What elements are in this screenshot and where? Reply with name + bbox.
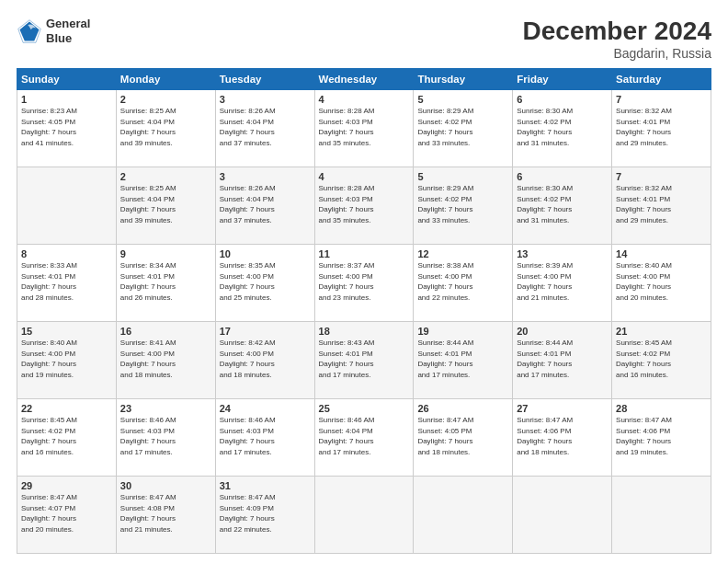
calendar-table: Sunday Monday Tuesday Wednesday Thursday… <box>17 68 711 554</box>
month-title: December 2024 <box>523 17 711 46</box>
day-number: 7 <box>616 171 707 182</box>
calendar-cell: 4 Sunrise: 8:28 AMSunset: 4:03 PMDayligh… <box>314 90 414 167</box>
day-info: Sunrise: 8:32 AMSunset: 4:01 PMDaylight:… <box>616 107 672 147</box>
col-saturday: Saturday <box>612 69 711 90</box>
day-number: 8 <box>21 248 112 259</box>
day-number: 16 <box>120 326 211 337</box>
day-number: 18 <box>319 326 410 337</box>
calendar-row-5: 29 Sunrise: 8:47 AMSunset: 4:07 PMDaylig… <box>17 477 711 554</box>
day-info: Sunrise: 8:44 AMSunset: 4:01 PMDaylight:… <box>417 339 473 379</box>
calendar-cell: 28 Sunrise: 8:47 AMSunset: 4:06 PMDaylig… <box>612 399 711 477</box>
calendar-cell: 22 Sunrise: 8:45 AMSunset: 4:02 PMDaylig… <box>17 399 117 477</box>
col-wednesday: Wednesday <box>314 69 414 90</box>
calendar-cell: 7 Sunrise: 8:32 AMSunset: 4:01 PMDayligh… <box>612 90 711 167</box>
calendar-header-row: Sunday Monday Tuesday Wednesday Thursday… <box>17 69 711 90</box>
col-monday: Monday <box>116 69 215 90</box>
calendar-cell: 24 Sunrise: 8:46 AMSunset: 4:03 PMDaylig… <box>215 399 314 477</box>
logo-text: General Blue <box>46 17 90 45</box>
day-info: Sunrise: 8:43 AMSunset: 4:01 PMDaylight:… <box>319 339 375 379</box>
calendar-page: General Blue December 2024 Bagdarin, Rus… <box>0 0 728 563</box>
calendar-cell: 19 Sunrise: 8:44 AMSunset: 4:01 PMDaylig… <box>414 322 513 399</box>
day-info: Sunrise: 8:40 AMSunset: 4:00 PMDaylight:… <box>21 339 77 379</box>
calendar-cell: 12 Sunrise: 8:38 AMSunset: 4:00 PMDaylig… <box>414 245 513 322</box>
calendar-row-4: 22 Sunrise: 8:45 AMSunset: 4:02 PMDaylig… <box>17 399 711 477</box>
calendar-cell: 14 Sunrise: 8:40 AMSunset: 4:00 PMDaylig… <box>612 245 711 322</box>
day-number: 22 <box>21 403 112 414</box>
calendar-cell <box>414 477 513 554</box>
day-number: 7 <box>616 94 707 105</box>
calendar-cell: 26 Sunrise: 8:47 AMSunset: 4:05 PMDaylig… <box>414 399 513 477</box>
day-number: 5 <box>417 94 508 105</box>
calendar-cell: 10 Sunrise: 8:35 AMSunset: 4:00 PMDaylig… <box>215 245 314 322</box>
calendar-cell: 16 Sunrise: 8:41 AMSunset: 4:00 PMDaylig… <box>116 322 215 399</box>
day-info: Sunrise: 8:29 AMSunset: 4:02 PMDaylight:… <box>417 184 473 224</box>
calendar-cell: 5 Sunrise: 8:29 AMSunset: 4:02 PMDayligh… <box>414 167 513 245</box>
day-info: Sunrise: 8:28 AMSunset: 4:03 PMDaylight:… <box>319 107 375 147</box>
calendar-cell: 29 Sunrise: 8:47 AMSunset: 4:07 PMDaylig… <box>17 477 117 554</box>
calendar-row-3: 15 Sunrise: 8:40 AMSunset: 4:00 PMDaylig… <box>17 322 711 399</box>
day-info: Sunrise: 8:23 AMSunset: 4:05 PMDaylight:… <box>21 107 77 147</box>
col-tuesday: Tuesday <box>215 69 314 90</box>
calendar-cell: 25 Sunrise: 8:46 AMSunset: 4:04 PMDaylig… <box>314 399 414 477</box>
day-number: 6 <box>517 171 608 182</box>
day-info: Sunrise: 8:38 AMSunset: 4:00 PMDaylight:… <box>417 261 473 302</box>
day-info: Sunrise: 8:29 AMSunset: 4:02 PMDaylight:… <box>417 107 473 147</box>
day-number: 11 <box>319 248 410 259</box>
day-number: 24 <box>220 403 311 414</box>
calendar-cell: 17 Sunrise: 8:42 AMSunset: 4:00 PMDaylig… <box>215 322 314 399</box>
day-info: Sunrise: 8:44 AMSunset: 4:01 PMDaylight:… <box>517 339 573 379</box>
calendar-cell <box>513 477 612 554</box>
calendar-cell: 4 Sunrise: 8:28 AMSunset: 4:03 PMDayligh… <box>314 167 414 245</box>
day-number: 25 <box>319 403 410 414</box>
title-block: December 2024 Bagdarin, Russia <box>523 17 711 61</box>
day-number: 13 <box>517 248 608 259</box>
day-number: 9 <box>120 248 211 259</box>
day-info: Sunrise: 8:47 AMSunset: 4:06 PMDaylight:… <box>616 416 672 456</box>
day-info: Sunrise: 8:26 AMSunset: 4:04 PMDaylight:… <box>220 184 276 224</box>
calendar-cell: 20 Sunrise: 8:44 AMSunset: 4:01 PMDaylig… <box>513 322 612 399</box>
day-number: 14 <box>616 248 707 259</box>
day-info: Sunrise: 8:42 AMSunset: 4:00 PMDaylight:… <box>220 339 276 379</box>
calendar-cell: 23 Sunrise: 8:46 AMSunset: 4:03 PMDaylig… <box>116 399 215 477</box>
day-number: 26 <box>417 403 508 414</box>
calendar-cell: 31 Sunrise: 8:47 AMSunset: 4:09 PMDaylig… <box>215 477 314 554</box>
day-number: 17 <box>220 326 311 337</box>
calendar-cell: 15 Sunrise: 8:40 AMSunset: 4:00 PMDaylig… <box>17 322 117 399</box>
header: General Blue December 2024 Bagdarin, Rus… <box>17 17 711 61</box>
calendar-cell: 3 Sunrise: 8:26 AMSunset: 4:04 PMDayligh… <box>215 167 314 245</box>
day-number: 20 <box>517 326 608 337</box>
day-number: 4 <box>319 171 410 182</box>
day-info: Sunrise: 8:40 AMSunset: 4:00 PMDaylight:… <box>616 261 672 302</box>
day-info: Sunrise: 8:47 AMSunset: 4:06 PMDaylight:… <box>517 416 573 456</box>
day-info: Sunrise: 8:47 AMSunset: 4:07 PMDaylight:… <box>21 493 77 534</box>
calendar-row-1: 2 Sunrise: 8:25 AMSunset: 4:04 PMDayligh… <box>17 167 711 245</box>
day-info: Sunrise: 8:32 AMSunset: 4:01 PMDaylight:… <box>616 184 672 224</box>
day-info: Sunrise: 8:47 AMSunset: 4:09 PMDaylight:… <box>220 493 276 534</box>
col-sunday: Sunday <box>17 69 117 90</box>
day-number: 6 <box>517 94 608 105</box>
day-number: 31 <box>220 480 311 491</box>
day-number: 5 <box>417 171 508 182</box>
day-info: Sunrise: 8:41 AMSunset: 4:00 PMDaylight:… <box>120 339 176 379</box>
calendar-cell: 30 Sunrise: 8:47 AMSunset: 4:08 PMDaylig… <box>116 477 215 554</box>
day-info: Sunrise: 8:39 AMSunset: 4:00 PMDaylight:… <box>517 261 573 302</box>
location: Bagdarin, Russia <box>523 46 711 61</box>
calendar-cell <box>17 167 117 245</box>
col-thursday: Thursday <box>414 69 513 90</box>
calendar-cell: 21 Sunrise: 8:45 AMSunset: 4:02 PMDaylig… <box>612 322 711 399</box>
calendar-cell: 11 Sunrise: 8:37 AMSunset: 4:00 PMDaylig… <box>314 245 414 322</box>
day-number: 10 <box>220 248 311 259</box>
day-info: Sunrise: 8:26 AMSunset: 4:04 PMDaylight:… <box>220 107 276 147</box>
day-number: 28 <box>616 403 707 414</box>
day-number: 27 <box>517 403 608 414</box>
day-number: 2 <box>120 94 211 105</box>
calendar-cell <box>612 477 711 554</box>
calendar-cell: 2 Sunrise: 8:25 AMSunset: 4:04 PMDayligh… <box>116 90 215 167</box>
day-number: 29 <box>21 480 112 491</box>
calendar-cell: 8 Sunrise: 8:33 AMSunset: 4:01 PMDayligh… <box>17 245 117 322</box>
day-number: 3 <box>220 171 311 182</box>
day-info: Sunrise: 8:46 AMSunset: 4:03 PMDaylight:… <box>120 416 176 456</box>
day-number: 15 <box>21 326 112 337</box>
calendar-cell: 9 Sunrise: 8:34 AMSunset: 4:01 PMDayligh… <box>116 245 215 322</box>
day-number: 30 <box>120 480 211 491</box>
